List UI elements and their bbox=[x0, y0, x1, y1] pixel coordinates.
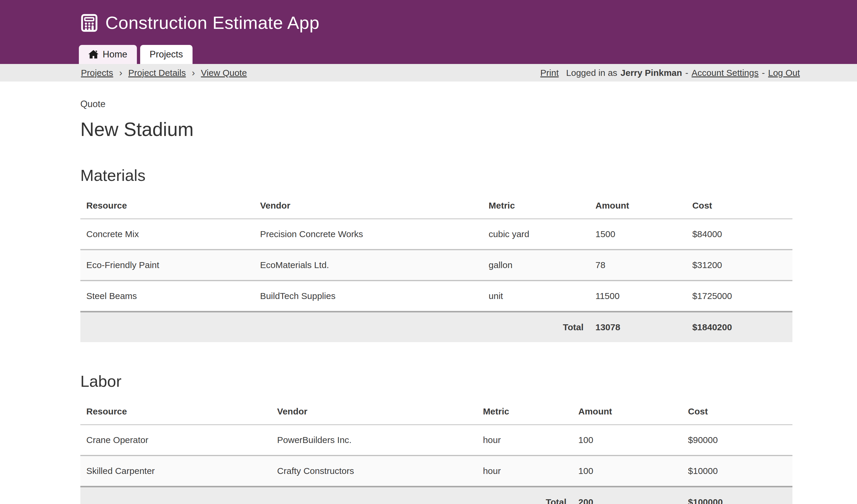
cell-vendor: PowerBuilders Inc. bbox=[271, 425, 477, 456]
breadcrumb-separator: › bbox=[192, 67, 195, 78]
labor-heading: Labor bbox=[80, 372, 857, 390]
breadcrumb-link-view-quote[interactable]: View Quote bbox=[201, 68, 247, 78]
table-row: Skilled Carpenter Crafty Constructors ho… bbox=[80, 455, 792, 487]
main-content: Quote New Stadium Materials Resource Ven… bbox=[0, 82, 857, 504]
materials-heading: Materials bbox=[80, 166, 857, 184]
table-row: Steel Beams BuildTech Supplies unit 1150… bbox=[80, 281, 792, 312]
column-header-metric: Metric bbox=[483, 194, 589, 219]
total-row: Total 200 $100000 bbox=[80, 487, 792, 504]
cell-amount: 1500 bbox=[589, 219, 686, 250]
cell-resource: Skilled Carpenter bbox=[80, 455, 271, 487]
table-row: Crane Operator PowerBuilders Inc. hour 1… bbox=[80, 425, 792, 456]
calculator-icon bbox=[81, 14, 98, 32]
cell-metric: unit bbox=[483, 281, 589, 312]
column-header-cost: Cost bbox=[686, 194, 792, 219]
cell-cost: $1725000 bbox=[686, 281, 792, 312]
table-row: Concrete Mix Precision Concrete Works cu… bbox=[80, 219, 792, 250]
cell-vendor: BuildTech Supplies bbox=[254, 281, 483, 312]
total-cost: $100000 bbox=[682, 487, 792, 504]
cell-vendor: Crafty Constructors bbox=[271, 455, 477, 487]
main-nav: Home Projects bbox=[79, 45, 192, 64]
separator-dash: - bbox=[762, 68, 765, 78]
cell-metric: cubic yard bbox=[483, 219, 589, 250]
column-header-resource: Resource bbox=[80, 399, 271, 425]
brand: Construction Estimate App bbox=[0, 0, 857, 33]
breadcrumb-link-projects[interactable]: Projects bbox=[81, 68, 113, 78]
total-label: Total bbox=[80, 312, 589, 342]
labor-section: Labor Resource Vendor Metric Amount Cost… bbox=[80, 372, 857, 504]
cell-vendor: EcoMaterials Ltd. bbox=[254, 250, 483, 281]
column-header-resource: Resource bbox=[80, 194, 254, 219]
column-header-amount: Amount bbox=[573, 399, 682, 425]
tab-projects[interactable]: Projects bbox=[140, 45, 192, 64]
breadcrumb-bar: Projects › Project Details › View Quote … bbox=[0, 64, 857, 82]
column-header-amount: Amount bbox=[589, 194, 686, 219]
cell-cost: $31200 bbox=[686, 250, 792, 281]
cell-resource: Concrete Mix bbox=[80, 219, 254, 250]
column-header-vendor: Vendor bbox=[254, 194, 483, 219]
cell-cost: $10000 bbox=[682, 455, 792, 487]
print-link[interactable]: Print bbox=[540, 68, 559, 78]
quote-eyebrow: Quote bbox=[80, 99, 857, 110]
cell-cost: $84000 bbox=[686, 219, 792, 250]
table-header-row: Resource Vendor Metric Amount Cost bbox=[80, 399, 792, 425]
session-bar: Print Logged in as Jerry Pinkman - Accou… bbox=[540, 68, 800, 78]
column-header-vendor: Vendor bbox=[271, 399, 477, 425]
tab-home-label: Home bbox=[103, 49, 127, 60]
cell-cost: $90000 bbox=[682, 425, 792, 456]
cell-metric: hour bbox=[477, 425, 573, 456]
logged-in-text: Logged in as bbox=[566, 68, 618, 78]
breadcrumb-separator: › bbox=[119, 67, 122, 78]
materials-table: Resource Vendor Metric Amount Cost Concr… bbox=[80, 194, 792, 342]
materials-section: Materials Resource Vendor Metric Amount … bbox=[80, 166, 857, 342]
app-header: Construction Estimate App Home Projects bbox=[0, 0, 857, 64]
home-icon bbox=[88, 50, 99, 59]
cell-resource: Crane Operator bbox=[80, 425, 271, 456]
total-cost: $1840200 bbox=[686, 312, 792, 342]
page-title: New Stadium bbox=[80, 118, 857, 140]
cell-metric: gallon bbox=[483, 250, 589, 281]
account-settings-link[interactable]: Account Settings bbox=[692, 68, 758, 78]
cell-metric: hour bbox=[477, 455, 573, 487]
labor-table: Resource Vendor Metric Amount Cost Crane… bbox=[80, 399, 792, 504]
table-header-row: Resource Vendor Metric Amount Cost bbox=[80, 194, 792, 219]
user-name: Jerry Pinkman bbox=[620, 68, 682, 78]
separator-dash: - bbox=[685, 68, 688, 78]
breadcrumb: Projects › Project Details › View Quote bbox=[81, 67, 247, 78]
breadcrumb-link-project-details[interactable]: Project Details bbox=[128, 68, 186, 78]
logout-link[interactable]: Log Out bbox=[768, 68, 800, 78]
cell-vendor: Precision Concrete Works bbox=[254, 219, 483, 250]
cell-amount: 11500 bbox=[589, 281, 686, 312]
total-row: Total 13078 $1840200 bbox=[80, 312, 792, 342]
column-header-metric: Metric bbox=[477, 399, 573, 425]
cell-amount: 100 bbox=[573, 455, 682, 487]
column-header-cost: Cost bbox=[682, 399, 792, 425]
cell-resource: Steel Beams bbox=[80, 281, 254, 312]
cell-resource: Eco-Friendly Paint bbox=[80, 250, 254, 281]
total-amount: 200 bbox=[573, 487, 682, 504]
total-label: Total bbox=[80, 487, 573, 504]
cell-amount: 100 bbox=[573, 425, 682, 456]
table-row: Eco-Friendly Paint EcoMaterials Ltd. gal… bbox=[80, 250, 792, 281]
app-title: Construction Estimate App bbox=[105, 13, 320, 33]
tab-projects-label: Projects bbox=[150, 49, 183, 60]
tab-home[interactable]: Home bbox=[79, 45, 137, 64]
cell-amount: 78 bbox=[589, 250, 686, 281]
total-amount: 13078 bbox=[589, 312, 686, 342]
